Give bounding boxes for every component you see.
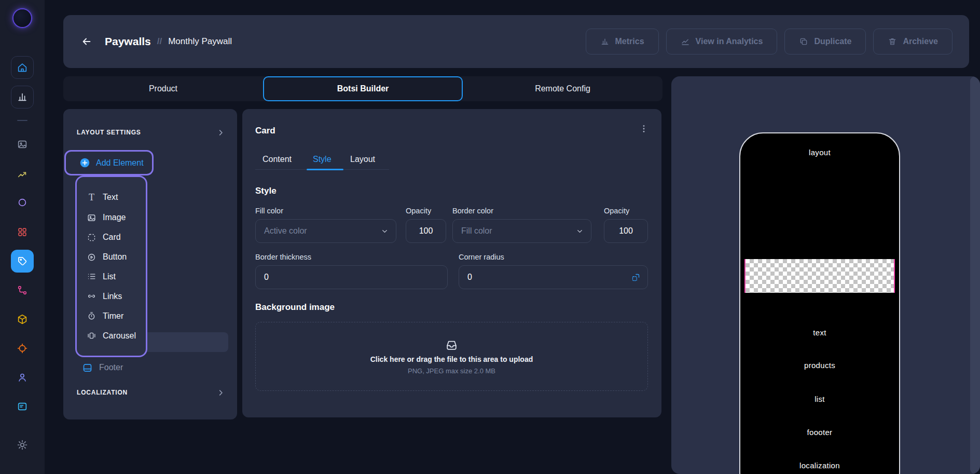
duplicate-button-label: Duplicate xyxy=(814,37,851,46)
dropdown-item-label: Timer xyxy=(103,312,123,321)
dropdown-item-timer[interactable]: Timer xyxy=(87,311,146,321)
kebab-menu-icon xyxy=(639,124,649,134)
chevron-down-icon xyxy=(381,227,389,235)
border-opacity-label: Opacity xyxy=(604,207,629,215)
card-icon xyxy=(87,233,96,242)
back-arrow-icon xyxy=(81,36,92,47)
border-opacity-input[interactable] xyxy=(604,220,647,242)
nav-paywalls-button[interactable] xyxy=(11,250,34,273)
text-icon: T xyxy=(87,192,96,203)
border-opacity-field xyxy=(604,219,648,243)
preview-card-element-selected[interactable] xyxy=(744,259,895,293)
workflow-icon xyxy=(17,285,28,296)
fill-opacity-field xyxy=(406,219,446,243)
nav-layouts-button[interactable] xyxy=(11,221,34,243)
nav-analytics-button[interactable] xyxy=(11,162,34,185)
tab-product-label: Product xyxy=(149,84,177,93)
dropdown-item-button[interactable]: Button xyxy=(87,252,146,262)
builder-tabbar: Product Botsi Builder Remote Config xyxy=(63,76,662,101)
metrics-button-label: Metrics xyxy=(615,37,644,46)
links-icon xyxy=(87,291,96,301)
tag-icon xyxy=(17,255,28,267)
dropdown-item-label: Image xyxy=(103,213,126,222)
tab-botsi-builder-label: Botsi Builder xyxy=(337,84,389,93)
border-color-label: Border color xyxy=(452,207,493,215)
dropdown-item-text[interactable]: T Text xyxy=(87,192,146,203)
background-image-upload-area[interactable]: Click here or drag the file to this area… xyxy=(255,322,648,391)
tab-remote-config[interactable]: Remote Config xyxy=(463,76,662,101)
back-button[interactable] xyxy=(81,36,92,47)
tab-product[interactable]: Product xyxy=(63,76,263,101)
dropdown-item-image[interactable]: Image xyxy=(87,213,146,223)
app-logo-icon[interactable] xyxy=(13,9,31,27)
nav-media-button[interactable] xyxy=(11,133,34,156)
upload-hint: PNG, JPEG max size 2.0 MB xyxy=(408,367,495,375)
view-in-analytics-button[interactable]: View in Analytics xyxy=(666,29,778,55)
preview-panel: layout text products list foooter locali… xyxy=(671,76,980,474)
chevron-right-icon[interactable] xyxy=(217,389,225,397)
preview-text-element[interactable]: text xyxy=(740,328,899,337)
border-color-placeholder: Fill color xyxy=(461,226,492,236)
sidebar-divider xyxy=(17,120,27,121)
nav-flows-button[interactable] xyxy=(11,279,34,302)
grid-icon xyxy=(17,226,28,238)
dropdown-item-links[interactable]: Links xyxy=(87,291,146,301)
preview-products-element[interactable]: products xyxy=(740,361,899,370)
editor-tab-content[interactable]: Content xyxy=(263,155,292,164)
breadcrumb: Paywalls // Monthly Paywall xyxy=(105,35,232,48)
metrics-bar-chart-icon xyxy=(600,37,610,46)
package-icon xyxy=(17,314,28,325)
add-element-label: Add Element xyxy=(96,158,144,168)
style-section-heading: Style xyxy=(255,186,277,196)
element-menu-button[interactable] xyxy=(639,124,649,136)
nav-home-button[interactable] xyxy=(11,56,34,79)
home-icon xyxy=(17,62,28,73)
dropdown-item-carousel[interactable]: Carousel xyxy=(87,331,146,341)
preview-scrollbar[interactable] xyxy=(970,76,980,474)
metrics-button[interactable]: Metrics xyxy=(586,29,659,55)
nav-targeting-button[interactable] xyxy=(11,337,34,360)
localization-header[interactable]: LOCALIZATION xyxy=(77,387,225,398)
dropdown-item-label: Button xyxy=(103,252,127,262)
archive-button-label: Archieve xyxy=(903,37,938,46)
duplicate-button[interactable]: Duplicate xyxy=(784,29,866,55)
circle-icon xyxy=(17,197,28,208)
nav-circle-button[interactable] xyxy=(11,191,34,214)
dropdown-item-list[interactable]: List xyxy=(87,272,146,281)
corner-radius-link-icon[interactable] xyxy=(631,273,640,282)
border-color-select[interactable]: Fill color xyxy=(452,219,591,243)
chevron-right-icon[interactable] xyxy=(217,129,225,137)
layout-item-footer[interactable]: Footer xyxy=(82,360,123,375)
preview-localization-element[interactable]: localization xyxy=(740,461,899,470)
layout-settings-header[interactable]: LAYOUT SETTINGS xyxy=(77,127,225,138)
preview-footer-element[interactable]: foooter xyxy=(740,428,899,437)
header: Paywalls // Monthly Paywall Metrics View… xyxy=(63,15,969,68)
border-thickness-input[interactable] xyxy=(256,266,447,289)
nav-settings-button[interactable] xyxy=(11,434,34,456)
nav-charts-button[interactable] xyxy=(11,86,34,109)
breadcrumb-paywalls[interactable]: Paywalls xyxy=(105,35,151,48)
active-tab-underline xyxy=(307,169,343,170)
dropdown-item-card[interactable]: Card xyxy=(87,233,146,242)
preview-list-element[interactable]: list xyxy=(740,395,899,403)
plus-circle-icon xyxy=(79,157,90,168)
nav-users-button[interactable] xyxy=(11,366,34,389)
dropdown-item-label: Links xyxy=(103,292,122,301)
corner-radius-label: Corner radius xyxy=(459,253,504,261)
nav-products-button[interactable] xyxy=(11,308,34,331)
fill-color-select[interactable]: Active color xyxy=(255,219,396,243)
footer-icon xyxy=(82,362,93,373)
add-element-button[interactable]: Add Element xyxy=(64,150,154,175)
archive-button[interactable]: Archieve xyxy=(873,29,953,55)
tab-botsi-builder[interactable]: Botsi Builder xyxy=(263,76,463,101)
editor-tab-layout[interactable]: Layout xyxy=(350,155,375,164)
corner-radius-input[interactable] xyxy=(459,266,647,289)
editor-tab-style[interactable]: Style xyxy=(313,155,332,164)
view-in-analytics-button-label: View in Analytics xyxy=(696,37,763,46)
dropdown-item-label: List xyxy=(103,272,116,281)
nav-billing-button[interactable] xyxy=(11,395,34,418)
dropdown-item-label: Card xyxy=(103,233,121,242)
preview-layout-element[interactable]: layout xyxy=(740,148,899,157)
fill-opacity-input[interactable] xyxy=(406,220,446,242)
border-thickness-label: Border thickness xyxy=(255,253,311,261)
